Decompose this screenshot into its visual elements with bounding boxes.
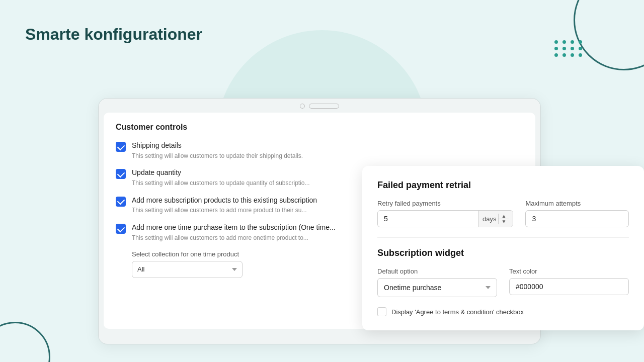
agree-checkbox-label: Display 'Agree to terms & condition' che… [391, 308, 524, 316]
control-desc-quantity: This setting will allow customers to upd… [132, 179, 310, 188]
retry-spin-down[interactable]: ▼ [499, 219, 509, 224]
control-label-shipping: Shipping details [132, 141, 303, 151]
widget-options-row: Default option Onetime purchase Subscrip… [377, 267, 629, 297]
tablet-circle [300, 104, 305, 109]
bg-circle-bottom-left [0, 322, 50, 362]
bg-circle-top-right [574, 0, 644, 70]
right-panel: Failed payment retrial Retry failed paym… [362, 166, 644, 330]
agree-checkbox-row: Display 'Agree to terms & condition' che… [377, 307, 629, 316]
checkbox-shipping[interactable] [116, 142, 126, 152]
default-option-select[interactable]: Onetime purchase Subscription [377, 278, 497, 297]
control-text-quantity: Update quantity This setting will allow … [132, 168, 310, 187]
text-color-group: Text color [509, 267, 629, 297]
checkbox-onetime[interactable] [116, 224, 126, 234]
retry-suffix-text: days [482, 215, 496, 223]
control-text-onetime: Add more one time purchase item to the s… [132, 223, 336, 242]
failed-payment-title: Failed payment retrial [377, 180, 629, 191]
agree-checkbox[interactable] [377, 307, 386, 316]
page-title: Smarte konfigurationer [25, 25, 202, 44]
tablet-pill [309, 104, 339, 109]
max-attempts-input[interactable] [525, 210, 629, 227]
control-desc-shipping: This setting will allow customers to upd… [132, 152, 303, 160]
checkbox-quantity[interactable] [116, 169, 126, 179]
control-text-shipping: Shipping details This setting will allow… [132, 141, 303, 160]
control-item-shipping: Shipping details This setting will allow… [116, 141, 523, 160]
customer-controls-title: Customer controls [116, 123, 523, 132]
checkbox-add-sub[interactable] [116, 197, 126, 207]
panel-separator [377, 237, 629, 238]
retry-label: Retry failed payments [377, 200, 513, 207]
default-option-label: Default option [377, 267, 497, 275]
retry-input-wrapper: days ▲ ▼ [377, 210, 513, 227]
max-attempts-label: Maximum attempts [525, 200, 629, 207]
text-color-label: Text color [509, 267, 629, 275]
text-color-input[interactable] [509, 278, 629, 295]
control-label-add-sub: Add more subscription products to this e… [132, 196, 317, 206]
subscription-widget-title: Subscription widget [377, 248, 629, 258]
retry-spinners: ▲ ▼ [498, 214, 509, 224]
control-desc-add-sub: This setting will allow customers to add… [132, 206, 317, 215]
tablet-bar [99, 99, 540, 113]
retry-suffix: days ▲ ▼ [478, 211, 513, 227]
failed-payment-row: Retry failed payments days ▲ ▼ Maximum a… [377, 200, 629, 227]
retry-group: Retry failed payments days ▲ ▼ [377, 200, 513, 227]
control-label-quantity: Update quantity [132, 168, 310, 178]
control-desc-onetime: This setting will allow customers to add… [132, 234, 336, 242]
retry-input[interactable] [378, 211, 478, 227]
control-label-onetime: Add more one time purchase item to the s… [132, 223, 336, 233]
default-option-group: Default option Onetime purchase Subscrip… [377, 267, 497, 297]
max-attempts-group: Maximum attempts [525, 200, 629, 227]
retry-spin-up[interactable]: ▲ [499, 214, 509, 219]
dot-grid-decoration [554, 40, 584, 57]
control-text-add-sub: Add more subscription products to this e… [132, 196, 317, 215]
collection-select[interactable]: All [132, 261, 243, 278]
